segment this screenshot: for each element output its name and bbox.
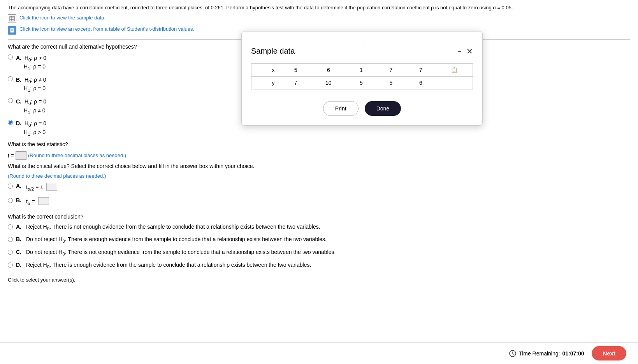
q4-label-a: A. <box>16 224 21 230</box>
sample-data-icon[interactable] <box>8 14 16 23</box>
q3-text-a: tα/2 = ± <box>26 183 43 192</box>
q1-h0-c: H0: ρ = 0 <box>25 98 46 105</box>
y-copy-empty <box>436 77 473 89</box>
q1-h0-d: H0: ρ = 0 <box>25 120 46 126</box>
tdist-link-text[interactable]: Click the icon to view an excerpt from a… <box>19 25 194 33</box>
t-stat-label: t = <box>8 152 14 159</box>
copy-icon: 📋 <box>451 67 457 73</box>
q1-h1-b: H1: ρ = 0 <box>24 85 46 93</box>
q3-hint: (Round to three decimal places as needed… <box>8 173 630 179</box>
q4-option-a: A. Reject H0. There is not enough eviden… <box>8 224 630 231</box>
t-stat-hint: (Round to three decimal places as needed… <box>28 152 126 158</box>
q1-h1-d: H1: ρ > 0 <box>24 129 46 136</box>
q3-input-a[interactable] <box>46 183 57 191</box>
drag-handle[interactable]: ..... <box>251 41 473 45</box>
time-remaining: Time Remaining: 01:07:00 <box>509 350 584 357</box>
q3-label-a: A. <box>16 183 21 189</box>
modal-title: Sample data <box>251 47 295 56</box>
modal-buttons: Print Done <box>251 101 473 116</box>
sample-data-modal: ..... Sample data − ✕ x 5 6 1 7 7 📋 y 7 … <box>241 31 483 126</box>
sample-data-link-text[interactable]: Click the icon to view the sample data. <box>19 14 105 22</box>
y-val-1: 7 <box>281 77 311 89</box>
q4-radio-a[interactable] <box>8 224 13 229</box>
modal-close-button[interactable]: ✕ <box>466 47 473 55</box>
x-val-5: 7 <box>406 64 436 77</box>
q4-text-d: Reject H0. There is enough evidence from… <box>26 262 311 269</box>
q1-radio-d[interactable] <box>8 120 13 125</box>
x-val-2: 6 <box>311 64 346 77</box>
q4-option-b: B. Do not reject H0. There is enough evi… <box>8 236 630 243</box>
q1-label-b: B. <box>16 77 21 83</box>
x-val-1: 5 <box>281 64 311 77</box>
q4-option-d: D. Reject H0. There is enough evidence f… <box>8 262 630 269</box>
intro-text: The accompanying data have a correlation… <box>8 4 630 12</box>
time-value: 01:07:00 <box>562 350 584 357</box>
sample-data-link-row: Click the icon to view the sample data. <box>8 14 630 24</box>
q4-options: A. Reject H0. There is not enough eviden… <box>8 224 630 269</box>
x-val-3: 1 <box>346 64 376 77</box>
y-val-4: 5 <box>376 77 406 89</box>
q3-text: What is the critical value? Select the c… <box>8 163 630 169</box>
q4-text-c: Do not reject H0. There is not enough ev… <box>26 249 336 256</box>
q3-option-a: A. tα/2 = ± <box>8 183 630 192</box>
q4-option-c: C. Do not reject H0. There is not enough… <box>8 249 630 256</box>
q4-text-a: Reject H0. There is not enough evidence … <box>26 224 320 231</box>
next-button[interactable]: Next <box>592 346 626 360</box>
y-val-2: 10 <box>311 77 346 89</box>
q4-text: What is the correct conclusion? <box>8 214 630 220</box>
q1-h1-c: H1: ρ ≠ 0 <box>24 107 46 115</box>
q3-text-b: tα = <box>26 197 35 207</box>
q4-radio-c[interactable] <box>8 250 13 255</box>
x-val-4: 7 <box>376 64 406 77</box>
t-stat-row: t = (Round to three decimal places as ne… <box>8 151 630 160</box>
table-row-x: x 5 6 1 7 7 📋 <box>251 64 473 77</box>
q1-option-c-content: C. H0: ρ = 0 H1: ρ ≠ 0 <box>16 97 46 114</box>
modal-controls: − ✕ <box>457 47 473 55</box>
q4-label-c: C. <box>16 249 21 255</box>
q3-input-b[interactable] <box>38 197 49 205</box>
tdist-icon[interactable] <box>8 26 16 35</box>
q1-label-c: C. <box>16 98 21 105</box>
q1-option-a-content: A. H0: ρ > 0 H1: ρ = 0 <box>16 54 46 71</box>
q3-radio-b[interactable] <box>8 198 13 203</box>
q1-radio-b[interactable] <box>8 76 13 81</box>
q1-option-b-content: B. H0: ρ ≠ 0 H1: ρ = 0 <box>16 75 46 93</box>
q1-h0-a: H0: ρ > 0 <box>25 55 46 61</box>
modal-minimize-button[interactable]: − <box>457 48 462 55</box>
y-val-3: 5 <box>346 77 376 89</box>
q4-text-b: Do not reject H0. There is enough eviden… <box>26 236 327 243</box>
svg-rect-4 <box>10 28 14 33</box>
modal-header: Sample data − ✕ <box>251 47 473 56</box>
q3-radio-a[interactable] <box>8 184 13 189</box>
svg-rect-0 <box>10 16 14 21</box>
footer-bar: Time Remaining: 01:07:00 Next <box>0 342 638 364</box>
q4-radio-b[interactable] <box>8 237 13 242</box>
x-label: x <box>251 64 281 77</box>
q1-h1-a: H1: ρ = 0 <box>24 63 46 71</box>
done-button[interactable]: Done <box>365 101 401 116</box>
print-button[interactable]: Print <box>323 101 359 116</box>
table-row-y: y 7 10 5 5 6 <box>251 77 473 89</box>
q3-options: A. tα/2 = ± B. tα = <box>8 183 630 207</box>
q3-label-b: B. <box>16 197 21 203</box>
q4-label-d: D. <box>16 262 21 268</box>
copy-icon-cell[interactable]: 📋 <box>436 64 473 77</box>
q4-radio-d[interactable] <box>8 262 13 268</box>
q1-h0-b: H0: ρ ≠ 0 <box>25 77 46 83</box>
q1-option-d-content: D. H0: ρ = 0 H1: ρ > 0 <box>16 119 46 136</box>
clock-icon <box>509 350 517 357</box>
q2-text: What is the test statistic? <box>8 141 630 147</box>
q1-label-d: D. <box>16 120 21 126</box>
q1-radio-c[interactable] <box>8 98 13 103</box>
y-label: y <box>251 77 281 89</box>
q1-label-a: A. <box>16 55 21 61</box>
click-instruction: Click to select your answer(s). <box>8 277 630 283</box>
q4-label-b: B. <box>16 236 21 242</box>
q3-option-b: B. tα = <box>8 197 630 207</box>
y-val-5: 6 <box>406 77 436 89</box>
t-stat-input[interactable] <box>16 151 26 160</box>
sample-data-table: x 5 6 1 7 7 📋 y 7 10 5 5 6 <box>251 63 473 89</box>
q1-radio-a[interactable] <box>8 54 13 60</box>
time-label: Time Remaining: <box>519 350 560 357</box>
svg-line-10 <box>513 354 514 355</box>
